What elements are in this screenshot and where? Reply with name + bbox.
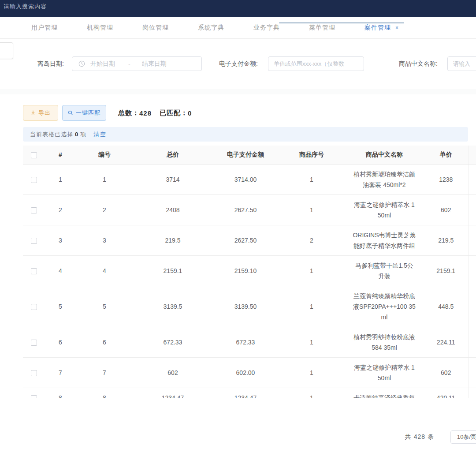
table-row: 5 5 3139.5 3139.50 1 兰蔻菁纯臻颜精华粉底液SPF20PA+… [23,286,476,327]
table-row: 6 6 672.33 672.33 1 植村秀羽纱持妆粉底液 584 35ml … [23,327,476,357]
row-checkbox[interactable] [31,268,37,274]
table-row: 8 8 1234.47 1234.47 1 卡诗菁纯亮泽经典香氛 420.11 [23,388,476,398]
col-header-seq: 商品序号 [279,146,345,164]
cell-product-name: 卡诗菁纯亮泽经典香氛 [345,388,424,398]
product-name-label: 商品中文名称: [399,56,438,71]
table-row: 2 2 2408 2627.50 1 海蓝之谜修护精萃水 150ml 602 [23,194,476,225]
cell-code: 6 [76,327,133,357]
cell-epay-amount: 2627.50 [212,194,279,225]
filter-row: 离岛日期: 开始日期 - 结束日期 电子支付金额: 商品中文名称: [0,56,476,71]
search-icon [68,110,73,116]
cell-product-name: 兰蔻菁纯臻颜精华粉底液SPF20PA+++100 35ml [345,286,424,327]
cell-index: 4 [45,255,76,286]
cell-product-name: 植村秀新琥珀臻萃洁颜油套装 450ml*2 [345,164,424,194]
select-all-checkbox[interactable] [31,152,37,158]
cell-unit-price: 448.5 [424,286,468,327]
cell-unit-price: 602 [424,357,468,388]
table-header-row: # 编号 总价 电子支付金额 商品序号 商品中文名称 单价 [23,146,476,164]
cell-index: 3 [45,225,76,255]
cell-epay-amount: 602.00 [212,357,279,388]
case-products-table: # 编号 总价 电子支付金额 商品序号 商品中文名称 单价 1 1 3714 3… [23,146,476,398]
cell-unit-price: 420.11 [424,388,468,398]
cell-product-name: 海蓝之谜修护精萃水 150ml [345,194,424,225]
clock-icon [78,60,85,67]
cell-epay-amount: 3714.00 [212,164,279,194]
date-end-placeholder[interactable]: 结束日期 [142,60,167,68]
page-size-select[interactable]: 10条/页 [450,430,476,444]
epay-amount-input[interactable] [268,56,364,71]
table-row: 7 7 602 602.00 1 海蓝之谜修护精萃水 150ml 602 [23,357,476,388]
tab-close-icon[interactable]: × [395,25,399,31]
cell-index: 7 [45,357,76,388]
cell-epay-amount: 2627.50 [212,225,279,255]
cell-index: 6 [45,327,76,357]
cell-product-seq: 1 [279,286,345,327]
row-checkbox[interactable] [31,177,37,183]
row-checkbox[interactable] [31,340,37,346]
cell-code: 2 [76,194,133,225]
cell-unit-price: 219.5 [424,225,468,255]
col-header-index: # [45,146,76,164]
cell-product-seq: 1 [279,357,345,388]
selection-count: 0 [75,131,78,138]
cell-product-name: 海蓝之谜修护精萃水 150ml [345,357,424,388]
cell-product-seq: 1 [279,388,345,398]
download-icon [30,110,36,116]
row-checkbox[interactable] [31,238,37,244]
cell-product-seq: 1 [279,255,345,286]
cell-unit-price: 602 [424,194,468,225]
cell-total-price: 602 [133,357,212,388]
cell-unit-price: 1238 [424,164,468,194]
export-button[interactable]: 导出 [23,105,58,121]
selection-prefix: 当前表格已选择 [30,131,73,138]
cell-unit-price: 224.11 [424,327,468,357]
cell-epay-amount: 2159.10 [212,255,279,286]
cell-product-seq: 1 [279,327,345,357]
col-header-unit: 单价 [424,146,468,164]
epay-amount-label: 电子支付金额: [219,56,258,71]
cell-unit-price: 2159.1 [424,255,468,286]
cell-product-name: 植村秀羽纱持妆粉底液 584 35ml [345,327,424,357]
active-tab-underline [279,22,404,23]
table-row: 3 3 219.5 2627.50 2 ORIGINS韦博士灵芝焕能好底子精华水… [23,225,476,255]
cell-product-seq: 1 [279,194,345,225]
total-value: 428 [139,109,152,117]
cell-product-name: ORIGINS韦博士灵芝焕能好底子精华水两件组 [345,225,424,255]
export-button-label: 导出 [38,109,51,117]
tab-item-1[interactable]: 机构管理 [82,24,118,32]
cell-epay-amount: 672.33 [212,327,279,357]
tab-item-4[interactable]: 业务字典 [249,24,285,32]
row-checkbox[interactable] [31,370,37,376]
tab-item-6[interactable]: 案件管理× [360,24,404,32]
table-row: 4 4 2159.1 2159.10 1 马爹利蓝带干邑1.5公升装 2159.… [23,255,476,286]
one-click-match-button[interactable]: 一键匹配 [62,105,106,121]
date-start-placeholder[interactable]: 开始日期 [90,60,115,68]
row-checkbox[interactable] [31,304,37,310]
col-header-total: 总价 [133,146,212,164]
cell-total-price: 3714 [133,164,212,194]
row-checkbox[interactable] [31,395,37,398]
cell-code: 3 [76,225,133,255]
cell-epay-amount: 3139.50 [212,286,279,327]
selection-suffix: 项 [80,131,86,138]
global-search-input[interactable]: 请输入搜索内容 [4,3,47,11]
cell-epay-amount: 1234.47 [212,388,279,398]
page-size-value: 10条/页 [457,433,476,441]
tab-item-5[interactable]: 菜单管理 [304,24,340,32]
cell-total-price: 1234.47 [133,388,212,398]
clear-selection-link[interactable]: 清空 [93,131,107,138]
tags-view-bar: 用户管理机构管理岗位管理系统字典业务字典菜单管理案件管理× [0,17,476,39]
row-checkbox[interactable] [31,207,37,213]
date-range-picker[interactable]: 开始日期 - 结束日期 [72,56,202,71]
table-toolbar: 导出 一键匹配 总数： 428 已匹配： 0 [0,105,476,121]
product-name-input[interactable] [447,56,476,71]
cell-code: 1 [76,164,133,194]
table-stats: 总数： 428 已匹配： 0 [118,105,192,121]
cell-product-name: 马爹利蓝带干邑1.5公升装 [345,255,424,286]
matched-label: 已匹配： [160,109,188,117]
tab-item-3[interactable]: 系统字典 [193,24,229,32]
match-button-label: 一键匹配 [76,109,100,117]
tab-item-0[interactable]: 用户管理 [26,24,63,32]
tab-item-2[interactable]: 岗位管理 [138,24,174,32]
top-navbar: 请输入搜索内容 [0,0,476,17]
